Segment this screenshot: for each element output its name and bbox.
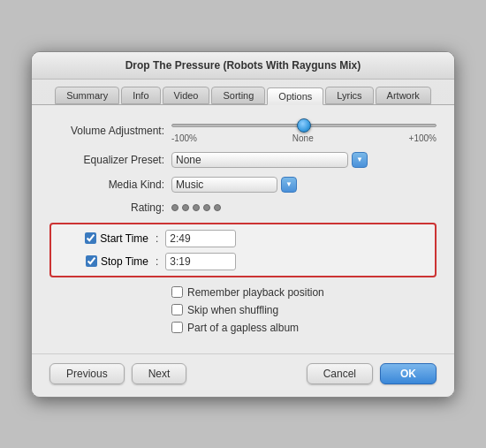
button-group-left: Previous Next — [49, 363, 186, 384]
equalizer-select-container: None Acoustic Bass Booster Classical Dan… — [171, 152, 368, 168]
media-kind-row: Media Kind: Music Movie TV Show Podcast … — [49, 177, 437, 193]
rating-label: Rating: — [49, 201, 164, 214]
tab-sorting[interactable]: Sorting — [211, 87, 265, 104]
skip-shuffling-label[interactable]: Skip when shuffling — [171, 304, 278, 316]
volume-adjustment-row: Volume Adjustment: -100% None +100% — [49, 119, 437, 143]
stop-time-row: Stop Time : — [60, 253, 426, 270]
stop-time-label[interactable]: Stop Time — [101, 255, 148, 268]
slider-mid-label: None — [292, 133, 314, 143]
ok-button[interactable]: OK — [380, 363, 437, 384]
rating-dot-5[interactable] — [214, 204, 221, 211]
next-button[interactable]: Next — [132, 363, 187, 384]
start-time-checkbox-label: Start Time — [60, 232, 148, 245]
tab-info[interactable]: Info — [121, 87, 160, 104]
volume-label: Volume Adjustment: — [49, 125, 164, 137]
rating-dot-3[interactable] — [193, 204, 200, 211]
rating-dots[interactable] — [171, 204, 221, 211]
skip-shuffling-checkbox[interactable] — [171, 304, 183, 315]
slider-min-label: -100% — [171, 133, 197, 143]
stop-time-input[interactable] — [165, 253, 236, 270]
title-bar: Drop The Pressure (Robots With Rayguns M… — [32, 52, 454, 80]
rating-dot-1[interactable] — [171, 204, 178, 211]
media-kind-select-arrow[interactable] — [281, 177, 297, 193]
remember-playback-checkbox[interactable] — [171, 286, 183, 298]
slider-labels: -100% None +100% — [171, 133, 437, 143]
start-time-input[interactable] — [165, 230, 236, 247]
media-kind-select-container: Music Movie TV Show Podcast Audiobook — [171, 177, 297, 193]
gapless-album-label[interactable]: Part of a gapless album — [171, 322, 299, 334]
tab-video[interactable]: Video — [163, 87, 210, 104]
slider-thumb[interactable] — [297, 118, 311, 133]
window-title: Drop The Pressure (Robots With Rayguns M… — [125, 59, 361, 72]
start-time-colon: : — [156, 232, 158, 245]
stop-time-colon: : — [156, 255, 158, 268]
tab-options[interactable]: Options — [267, 87, 323, 105]
remember-playback-row: Remember playback position — [49, 286, 437, 299]
stop-time-checkbox[interactable] — [86, 255, 97, 267]
tab-bar: Summary Info Video Sorting Options Lyric… — [32, 80, 454, 104]
rating-row: Rating: — [49, 201, 437, 214]
tab-artwork[interactable]: Artwork — [376, 87, 431, 104]
start-time-checkbox[interactable] — [85, 232, 96, 244]
equalizer-select-arrow[interactable] — [352, 152, 368, 168]
media-kind-select[interactable]: Music Movie TV Show Podcast Audiobook — [171, 177, 277, 193]
start-time-label[interactable]: Start Time — [100, 232, 148, 245]
time-highlight-box: Start Time : Stop Time : — [49, 223, 437, 277]
button-group-right: Cancel OK — [307, 363, 437, 384]
button-bar: Previous Next Cancel OK — [32, 353, 454, 397]
start-time-row: Start Time : — [60, 230, 426, 247]
slider-max-label: +100% — [409, 133, 437, 143]
skip-shuffling-row: Skip when shuffling — [49, 304, 437, 316]
gapless-album-checkbox[interactable] — [171, 322, 183, 333]
volume-slider-container: -100% None +100% — [171, 119, 437, 143]
rating-dot-2[interactable] — [182, 204, 189, 211]
remember-playback-label[interactable]: Remember playback position — [171, 286, 324, 299]
tab-lyrics[interactable]: Lyrics — [325, 87, 373, 104]
cancel-button[interactable]: Cancel — [307, 363, 373, 384]
equalizer-row: Equalizer Preset: None Acoustic Bass Boo… — [49, 152, 437, 168]
stop-time-checkbox-label: Stop Time — [60, 255, 148, 268]
gapless-album-row: Part of a gapless album — [49, 322, 437, 334]
equalizer-select[interactable]: None Acoustic Bass Booster Classical Dan… — [171, 152, 348, 168]
tab-summary[interactable]: Summary — [55, 87, 119, 104]
rating-dot-4[interactable] — [203, 204, 210, 211]
volume-slider-track[interactable] — [171, 119, 437, 132]
equalizer-label: Equalizer Preset: — [49, 154, 164, 166]
dialog-window: Drop The Pressure (Robots With Rayguns M… — [31, 51, 455, 398]
previous-button[interactable]: Previous — [49, 363, 125, 384]
media-kind-label: Media Kind: — [49, 178, 164, 191]
options-content: Volume Adjustment: -100% None +100% Equa… — [32, 104, 454, 353]
